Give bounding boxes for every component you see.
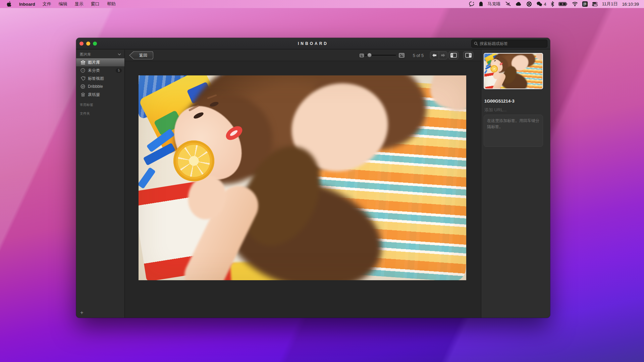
wechat-icon	[536, 1, 543, 7]
zoom-slider-track[interactable]	[365, 55, 396, 56]
status-bar: 马克喵 4 拼	[468, 0, 644, 8]
window-body: 图片库 图片库 ? 未分类 5	[76, 50, 550, 318]
menu-bar-left: Inboard 文件 编辑 显示 窗口 帮助	[0, 0, 119, 8]
chat-sparkle-icon[interactable]	[468, 0, 476, 8]
back-button-label: 返回	[129, 51, 153, 59]
ghost-icon[interactable]	[478, 0, 484, 8]
tags-input[interactable]	[484, 115, 543, 147]
status-date[interactable]: 11月1日	[601, 0, 619, 8]
sidebar-item-trash[interactable]: 废纸篓	[76, 90, 124, 99]
back-button[interactable]: 返回	[129, 51, 153, 59]
sidebar-item-label: 废纸篓	[88, 92, 100, 98]
small-image-icon	[360, 54, 364, 57]
search-input[interactable]	[480, 41, 545, 46]
apple-menu[interactable]	[0, 1, 15, 7]
tag-icon	[80, 76, 86, 81]
zoom-slider-knob[interactable]	[367, 53, 372, 57]
image-counter: 5 of 5	[408, 50, 428, 61]
sidebar-item-library[interactable]: 图片库	[76, 58, 124, 66]
wechat-status[interactable]: 4	[535, 0, 547, 8]
knot-icon[interactable]	[525, 0, 533, 8]
toggle-thumbnails-panel-button[interactable]	[448, 51, 459, 59]
battery-charging-icon[interactable]	[557, 0, 569, 8]
menu-item-window[interactable]: 窗口	[87, 0, 103, 8]
status-time[interactable]: 16:10:39	[621, 0, 640, 8]
sidebar-item-label: Dribbble	[88, 84, 103, 89]
apple-icon	[7, 1, 11, 7]
next-image-button[interactable]	[439, 52, 447, 59]
wifi-icon[interactable]	[571, 0, 579, 8]
sidebar-item-label: 图片库	[88, 60, 100, 65]
section-frequent-tags: 常用标签	[76, 99, 124, 107]
photo-art-vignette	[139, 75, 466, 280]
library-selector[interactable]: 图片库	[76, 50, 124, 58]
toolbar: 返回 5 of 5	[125, 50, 481, 61]
count-badge: 5	[116, 68, 122, 73]
cloud-icon[interactable]	[514, 0, 523, 8]
question-icon: ?	[80, 68, 86, 73]
muted-icon[interactable]	[504, 0, 512, 8]
photo-art-vignette	[484, 54, 542, 89]
control-center-icon[interactable]	[591, 0, 599, 8]
add-button[interactable]: +	[79, 310, 85, 316]
trash-icon	[80, 92, 86, 97]
menu-item-inboard[interactable]: Inboard	[15, 0, 39, 8]
sidebar-left-layout-icon	[450, 53, 457, 58]
inspector-panel: 1G00G51214-3	[481, 50, 550, 318]
svg-text:?: ?	[82, 69, 84, 72]
ime-icon: 拼	[582, 1, 588, 7]
chevron-down-icon	[118, 53, 121, 55]
previous-image-button[interactable]	[430, 52, 439, 59]
sidebar: 图片库 图片库 ? 未分类 5	[76, 50, 125, 318]
desktop: Inboard 文件 编辑 显示 窗口 帮助 马克喵	[0, 0, 644, 362]
library-icon	[80, 60, 86, 65]
menu-bar: Inboard 文件 编辑 显示 窗口 帮助 马克喵	[0, 0, 644, 8]
wechat-unread-count: 4	[544, 2, 546, 7]
section-folders: 文件夹	[76, 107, 124, 116]
menu-item-edit[interactable]: 编辑	[55, 0, 71, 8]
sidebar-item-label: 未分类	[88, 68, 100, 73]
image-navigation	[430, 51, 447, 59]
toggle-inspector-panel-button[interactable]	[463, 51, 473, 59]
bluetooth-icon[interactable]	[550, 0, 555, 8]
sidebar-item-uncategorized[interactable]: ? 未分类 5	[76, 66, 124, 74]
menu-item-file[interactable]: 文件	[39, 0, 55, 8]
large-image-icon	[399, 53, 405, 58]
status-username[interactable]: 马克喵	[486, 0, 501, 8]
image-title: 1G00G51214-3	[484, 99, 515, 104]
library-selector-label: 图片库	[80, 52, 91, 57]
menu-item-view[interactable]: 显示	[71, 0, 87, 8]
thumbnail-art	[484, 54, 542, 89]
sidebar-right-layout-icon	[465, 53, 472, 58]
main-content: 返回 5 of 5	[125, 50, 481, 318]
photo-viewer[interactable]	[139, 75, 466, 280]
sidebar-item-label: 标签视图	[88, 76, 104, 81]
search-icon	[474, 42, 478, 46]
input-method-switcher[interactable]: 拼	[581, 0, 589, 8]
menu-item-help[interactable]: 帮助	[103, 0, 119, 8]
sidebar-item-tag-view[interactable]: 标签视图	[76, 74, 124, 82]
url-input[interactable]	[484, 107, 541, 112]
search-field[interactable]	[471, 40, 547, 48]
dribbble-icon	[80, 84, 86, 89]
sidebar-item-dribbble[interactable]: Dribbble	[76, 82, 124, 90]
title-bar: INBOARD	[76, 38, 550, 49]
inboard-window: INBOARD 图片库 图片库	[76, 38, 550, 318]
image-thumbnail[interactable]	[484, 53, 543, 89]
